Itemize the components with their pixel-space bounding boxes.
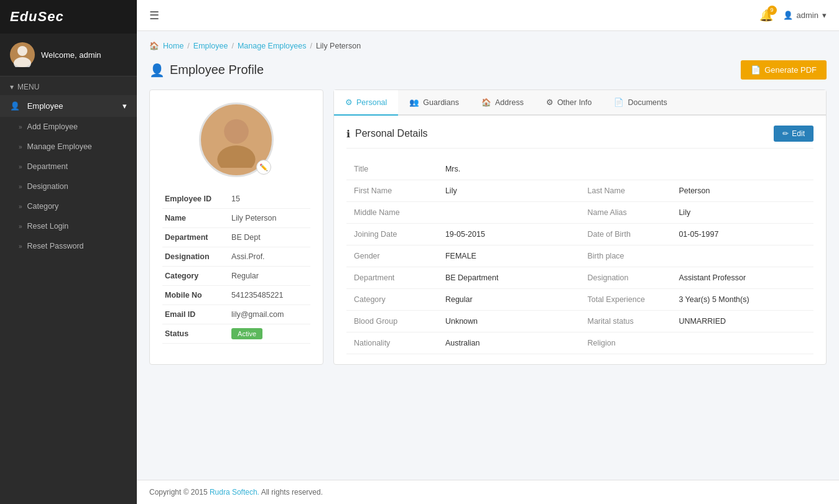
detail-value: Lily — [671, 202, 814, 224]
mobile-value: 541235485221 — [229, 286, 310, 305]
detail-value: BE Department — [438, 267, 580, 289]
brand-logo: EduSec — [0, 0, 137, 34]
table-row: Designation Assi.Prof. — [162, 247, 310, 267]
table-row: Middle Name Name Alias Lily — [346, 202, 814, 224]
breadcrumb-employee[interactable]: Employee — [193, 42, 228, 50]
detail-value: FEMALE — [438, 245, 580, 267]
tab-content-title: ℹ Personal Details — [346, 128, 428, 140]
profile-info-table: Employee ID 15 Name Lily Peterson Depart… — [162, 190, 310, 344]
detail-label: Last Name — [580, 180, 671, 202]
breadcrumb-manage-employees[interactable]: Manage Employees — [238, 42, 306, 50]
table-row: Title Mrs. — [346, 158, 814, 180]
tab-guardians[interactable]: 👥 Guardians — [398, 90, 470, 116]
address-icon: 🏠 — [481, 98, 491, 107]
detail-value: Peterson — [671, 180, 814, 202]
chevron-icon: ▾ — [123, 101, 127, 111]
tabs: ⚙ Personal 👥 Guardians 🏠 Address ⚙ Other… — [334, 90, 826, 116]
breadcrumb: 🏠 Home / Employee / Manage Employees / L… — [149, 41, 827, 50]
table-row: Email ID lily@gmail.com — [162, 305, 310, 324]
sidebar-item-department[interactable]: » Department — [0, 157, 137, 176]
profile-edit-icon[interactable]: ✏️ — [256, 160, 271, 175]
sidebar-section-employee[interactable]: 👤 Employee ▾ — [0, 95, 137, 117]
detail-value: Regular — [438, 289, 580, 311]
tab-other-info[interactable]: ⚙ Other Info — [535, 90, 603, 116]
table-row: Joining Date 19-05-2015 Date of Birth 01… — [346, 224, 814, 245]
table-row: Name Lily Peterson — [162, 209, 310, 228]
notification-bell[interactable]: 🔔 9 — [759, 9, 773, 22]
detail-label: Marital status — [580, 311, 671, 332]
name-value: Lily Peterson — [229, 209, 310, 228]
generate-pdf-button[interactable]: 📄 Generate PDF — [741, 60, 827, 80]
detail-label: Gender — [346, 245, 438, 267]
detail-value — [671, 332, 814, 354]
detail-value — [671, 245, 814, 267]
department-value: BE Dept — [229, 228, 310, 247]
detail-value: 01-05-1997 — [671, 224, 814, 245]
home-icon: 🏠 — [149, 41, 159, 50]
email-label: Email ID — [162, 305, 229, 324]
table-row: Blood Group Unknown Marital status UNMAR… — [346, 311, 814, 332]
table-row: Category Regular — [162, 267, 310, 286]
info-circle-icon: ℹ — [346, 128, 350, 140]
tab-personal[interactable]: ⚙ Personal — [334, 90, 398, 116]
topbar-right: 🔔 9 👤 admin ▾ — [759, 9, 827, 22]
topbar-left: ☰ — [149, 9, 159, 22]
tab-address[interactable]: 🏠 Address — [470, 90, 535, 116]
sidebar-username: Welcome, admin — [41, 50, 101, 60]
department-label: Department — [162, 228, 229, 247]
category-value: Regular — [229, 267, 310, 286]
detail-value: Unknown — [438, 311, 580, 332]
detail-value — [438, 202, 580, 224]
page-header: 👤 Employee Profile 📄 Generate PDF — [149, 60, 827, 80]
breadcrumb-current: Lily Peterson — [316, 42, 361, 50]
sidebar-item-reset-login[interactable]: » Reset Login — [0, 216, 137, 236]
breadcrumb-sep1: / — [187, 42, 189, 50]
sidebar-item-category[interactable]: » Category — [0, 196, 137, 216]
detail-value: 3 Year(s) 5 Month(s) — [671, 289, 814, 311]
detail-label: Total Experience — [580, 289, 671, 311]
guardians-icon: 👥 — [409, 98, 419, 107]
detail-label: Birth place — [580, 245, 671, 267]
footer-link[interactable]: Rudra Softech. — [210, 488, 259, 497]
designation-value: Assi.Prof. — [229, 247, 310, 267]
detail-label: First Name — [346, 180, 438, 202]
detail-label: Joining Date — [346, 224, 438, 245]
edit-button[interactable]: ✏ Edit — [774, 126, 814, 142]
sidebar-item-add-employee[interactable]: » Add Employee — [0, 117, 137, 137]
info-icon: ⚙ — [546, 98, 554, 107]
sidebar-item-reset-password[interactable]: » Reset Password — [0, 236, 137, 256]
tab-panel: ⚙ Personal 👥 Guardians 🏠 Address ⚙ Other… — [333, 89, 827, 365]
svg-point-3 — [217, 145, 255, 168]
table-row: Nationality Australian Religion — [346, 332, 814, 354]
detail-value: UNMARRIED — [671, 311, 814, 332]
chevron-right-icon: » — [19, 243, 22, 250]
mobile-label: Mobile No — [162, 286, 229, 305]
sidebar-item-designation[interactable]: » Designation — [0, 176, 137, 196]
main-area: ☰ 🔔 9 👤 admin ▾ 🏠 Home / Employee / Mana… — [137, 0, 839, 504]
admin-menu[interactable]: 👤 admin ▾ — [783, 11, 827, 20]
designation-label: Designation — [162, 247, 229, 267]
table-row: Department BE Dept — [162, 228, 310, 247]
avatar — [10, 42, 35, 67]
chevron-right-icon: » — [19, 203, 22, 210]
status-label: Status — [162, 324, 229, 344]
topbar: ☰ 🔔 9 👤 admin ▾ — [137, 0, 839, 31]
employee-id-value: 15 — [229, 190, 310, 209]
detail-value — [671, 158, 814, 180]
table-row: Gender FEMALE Birth place — [346, 245, 814, 267]
menu-label[interactable]: ▾ Menu — [0, 76, 137, 95]
user-icon: 👤 — [149, 63, 165, 78]
breadcrumb-sep3: / — [310, 42, 312, 50]
edit-icon: ✏ — [782, 129, 789, 138]
hamburger-icon[interactable]: ☰ — [149, 9, 159, 22]
detail-label: Nationality — [346, 332, 438, 354]
tab-documents[interactable]: 📄 Documents — [603, 90, 678, 116]
table-row: First Name Lily Last Name Peterson — [346, 180, 814, 202]
detail-label: Religion — [580, 332, 671, 354]
chevron-right-icon: » — [19, 124, 22, 131]
table-row: Employee ID 15 — [162, 190, 310, 209]
detail-label: Name Alias — [580, 202, 671, 224]
breadcrumb-home[interactable]: Home — [163, 42, 183, 50]
sidebar-item-manage-employee[interactable]: » Manage Employee — [0, 137, 137, 157]
category-label: Category — [162, 267, 229, 286]
